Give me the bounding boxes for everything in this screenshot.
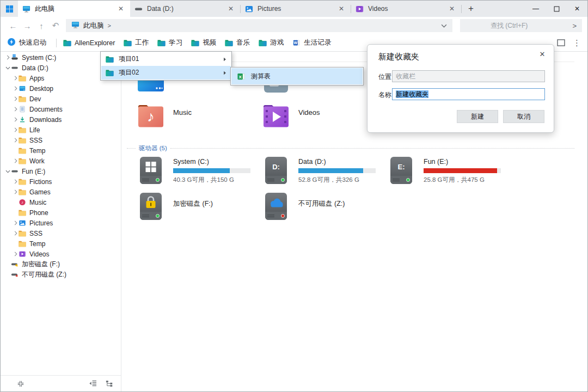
drive-icon xyxy=(134,5,143,13)
dialog-close-icon[interactable]: ✕ xyxy=(537,49,547,59)
menu-item-项目01[interactable]: 项目01 xyxy=(101,52,231,66)
tree-expander-icon[interactable] xyxy=(13,127,19,132)
more-options-icon[interactable]: ⋮ xyxy=(573,38,581,48)
tab-Data (D:)[interactable]: Data (D:)✕ xyxy=(130,1,240,17)
tab-close-icon[interactable]: ✕ xyxy=(116,4,126,14)
tree-item-Fictions[interactable]: Fictions xyxy=(1,176,121,187)
menu-item-项目02[interactable]: 项目02 xyxy=(101,66,231,79)
tab-close-icon[interactable]: ✕ xyxy=(226,4,236,14)
bookmark-音乐[interactable]: 音乐 xyxy=(225,38,250,47)
tree-item-label: Phone xyxy=(29,209,48,217)
tree-expander-icon[interactable] xyxy=(5,170,11,173)
menu-item-label: 项目01 xyxy=(119,54,223,64)
app-launcher-button[interactable] xyxy=(1,1,18,17)
drive-tile-不可用磁盘 (Z:)[interactable]: 不可用磁盘 (Z:) xyxy=(262,192,384,220)
drive-tile-System (C:)[interactable]: System (C:)40.3 G可用，共150 G xyxy=(137,156,259,185)
tree-expander-icon[interactable] xyxy=(13,117,19,122)
up-icon[interactable]: ↑ xyxy=(34,21,48,30)
folder-icon xyxy=(19,209,26,216)
menu-item-label: 项目02 xyxy=(119,68,223,77)
tree-item-Life[interactable]: Life xyxy=(1,125,121,135)
tree-expander-icon[interactable] xyxy=(13,252,19,256)
tree-item-SSS[interactable]: SSS xyxy=(1,135,121,145)
tree-item-Work[interactable]: Work xyxy=(1,156,121,166)
dialog-input-名称[interactable]: 新建收藏夹 xyxy=(392,88,545,100)
create-button[interactable]: 新建 xyxy=(457,110,498,123)
tree-item-label: Downloads xyxy=(29,116,62,124)
tree-expander-icon[interactable] xyxy=(13,158,19,163)
search-go-icon[interactable]: > xyxy=(572,22,577,30)
bookmark-生活记录[interactable]: W生活记录 xyxy=(292,38,331,47)
new-tab-button[interactable]: + xyxy=(462,1,480,17)
chevron-expand-icon xyxy=(5,66,10,70)
tree-expander-icon[interactable] xyxy=(13,86,19,91)
tree-item-Temp[interactable]: Temp xyxy=(1,238,121,249)
back-icon[interactable]: ← xyxy=(6,21,20,30)
tree-expander-icon[interactable] xyxy=(13,220,19,225)
tab-close-icon[interactable]: ✕ xyxy=(336,4,346,14)
folder-tile-Videos[interactable]: Videos xyxy=(262,102,381,128)
history-undo-icon[interactable]: ↶ xyxy=(48,21,63,30)
search-input[interactable]: 查找 (Ctrl+F) > xyxy=(460,19,582,32)
tree-item-Games[interactable]: Games xyxy=(1,187,121,197)
tree-item-Dev[interactable]: Dev xyxy=(1,94,121,104)
tree-expander-icon[interactable] xyxy=(5,55,11,60)
collapse-all-icon[interactable] xyxy=(89,380,97,387)
chevron-right-icon xyxy=(14,231,17,236)
tree-item-SSS[interactable]: SSS xyxy=(1,228,121,238)
close-button[interactable]: ✕ xyxy=(567,1,587,17)
tree-view-icon[interactable] xyxy=(106,380,113,387)
drive-tile-Fun (E:)[interactable]: E:Fun (E:)25.8 G可用，共475 G xyxy=(388,156,510,185)
tree-item-label: Videos xyxy=(29,250,49,258)
tree-expander-icon[interactable] xyxy=(13,189,19,194)
chevron-right-icon xyxy=(14,127,17,132)
cancel-button[interactable]: 取消 xyxy=(503,110,544,123)
excel-icon: X xyxy=(237,72,246,81)
tree-expander-icon[interactable] xyxy=(13,231,19,236)
tree-expander-icon[interactable] xyxy=(5,66,11,70)
tree-item-Music[interactable]: ♪Music xyxy=(1,197,121,207)
chevron-down-icon[interactable] xyxy=(441,24,447,28)
bookmarks-divider xyxy=(56,39,57,47)
tree-item-label: System (C:) xyxy=(22,54,56,62)
tree-item-Downloads[interactable]: Downloads xyxy=(1,114,121,125)
folder-tile-Music[interactable]: ♪Music xyxy=(137,102,256,128)
drive-tile-Data (D:)[interactable]: D:Data (D:)52.8 G可用，共326 G xyxy=(262,156,384,185)
tree-item-Temp[interactable]: Temp xyxy=(1,145,121,156)
quick-launch-button[interactable]: 快速启动 xyxy=(7,38,46,48)
maximize-button[interactable] xyxy=(546,1,567,17)
tab-Pictures[interactable]: Pictures✕ xyxy=(241,1,351,17)
tree-item-Fun (E:)[interactable]: Fun (E:) xyxy=(1,166,121,176)
tree-item-Documents[interactable]: Documents xyxy=(1,104,121,114)
tree-item-加密磁盘 (F:)[interactable]: 加密磁盘 (F:) xyxy=(1,259,121,270)
bookmark-AllenExplorer[interactable]: AllenExplorer xyxy=(63,39,115,47)
tree-expander-icon[interactable] xyxy=(13,179,19,184)
tree-expander-icon[interactable] xyxy=(13,138,19,143)
tab-此电脑[interactable]: 此电脑✕ xyxy=(18,1,130,17)
tree-expander-icon[interactable] xyxy=(13,76,19,81)
address-breadcrumb[interactable]: 此电脑 > xyxy=(66,19,452,32)
tree-item-Pictures[interactable]: Pictures xyxy=(1,218,121,228)
tree-expander-icon[interactable] xyxy=(13,107,19,112)
bookmark-工作[interactable]: 工作 xyxy=(124,38,149,47)
collapse-panel-icon[interactable] xyxy=(17,380,24,388)
preview-pane-button[interactable] xyxy=(557,39,565,46)
bookmark-游戏[interactable]: 游戏 xyxy=(259,38,284,47)
drive-tile-加密磁盘 (F:)[interactable]: 加密磁盘 (F:) xyxy=(137,192,259,220)
submenu-item-测算表[interactable]: X测算表 xyxy=(231,68,363,84)
tree-item-Desktop[interactable]: Desktop xyxy=(1,83,121,94)
tab-Videos[interactable]: Videos✕ xyxy=(351,1,461,17)
tree-expander-icon[interactable] xyxy=(13,96,19,101)
forward-icon[interactable]: → xyxy=(20,21,34,30)
maximize-box-icon xyxy=(554,6,560,12)
minimize-button[interactable]: — xyxy=(525,1,546,17)
tab-close-icon[interactable]: ✕ xyxy=(447,4,457,14)
bookmark-学习[interactable]: 学习 xyxy=(157,38,182,47)
tree-item-Phone[interactable]: Phone xyxy=(1,207,121,218)
bookmark-视频[interactable]: 视频 xyxy=(191,38,216,47)
folder-tree: System (C:)Data (D:)AppsDesktopDevDocume… xyxy=(1,52,121,375)
tree-item-不可用磁盘 (Z:)[interactable]: 不可用磁盘 (Z:) xyxy=(1,270,121,280)
folder-tile-label: Videos xyxy=(298,108,320,128)
tree-item-Videos[interactable]: Videos xyxy=(1,249,121,259)
folder-icon xyxy=(19,137,26,144)
